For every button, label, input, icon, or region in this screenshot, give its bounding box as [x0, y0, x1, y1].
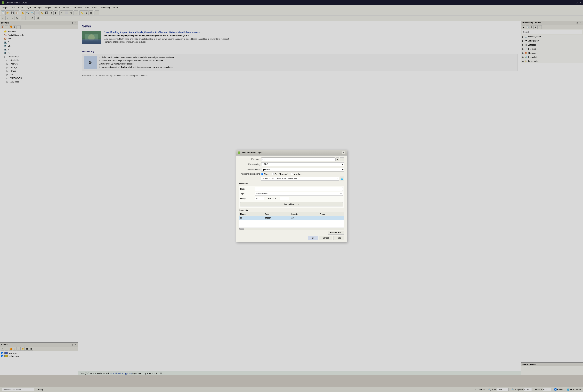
dim-radio-group: None Z (+ M values) M values: [261, 173, 344, 175]
dialog-buttons: OK Cancel Help: [236, 234, 347, 242]
field-name-label: Name: [240, 188, 253, 190]
dim-none-option[interactable]: None: [261, 173, 269, 175]
new-field-section-title: New Field: [239, 182, 344, 185]
file-encoding-label: File encoding: [239, 163, 260, 166]
field-length-input[interactable]: [255, 197, 264, 200]
field-precision-input[interactable]: [280, 197, 289, 200]
row-name: id: [239, 216, 263, 220]
additional-dim-label: Additional dimensions: [239, 173, 260, 175]
file-name-browse-btn[interactable]: ...: [340, 158, 344, 161]
geometry-type-select[interactable]: ⬤ Point: [261, 168, 344, 172]
file-encoding-input-area: UTF-8: [261, 162, 344, 166]
file-name-input[interactable]: [261, 158, 335, 161]
dim-z-label: Z (+ M values): [275, 173, 288, 175]
field-precision-label: Precision: [268, 197, 276, 200]
fields-table-body: id Integer 10: [239, 216, 344, 228]
dialog-body: File name ⊗ ... File encoding UTF-8 Geo: [236, 156, 347, 234]
file-name-clear-btn[interactable]: ⊗: [335, 158, 339, 161]
col-type: Type: [263, 212, 290, 216]
file-name-input-area: ⊗ ...: [261, 158, 344, 161]
file-encoding-select[interactable]: UTF-8: [261, 162, 344, 166]
field-type-row: Type abc Text data Integer Decimal numbe…: [240, 192, 343, 196]
col-prec: Prec...: [318, 212, 344, 216]
file-encoding-row: File encoding UTF-8: [239, 162, 344, 166]
table-row-empty-2: [239, 224, 344, 228]
fields-table-scrollbar[interactable]: [239, 228, 344, 230]
col-name: Name: [239, 212, 263, 216]
field-length-controls: Precision: [255, 197, 289, 200]
dialog-title: New Shapefile Layer: [242, 152, 262, 154]
field-type-label: Type: [240, 192, 253, 195]
file-name-label: File name: [239, 158, 260, 160]
remove-field-btn[interactable]: Remove Field: [328, 231, 344, 234]
dim-none-radio[interactable]: [261, 173, 263, 175]
dim-z-radio[interactable]: [272, 173, 274, 175]
field-length-label: Length: [240, 197, 253, 200]
dialog-titlebar: 🟩 New Shapefile Layer ×: [236, 150, 347, 156]
col-length: Length: [290, 212, 318, 216]
geometry-type-input-area: ⬤ Point: [261, 168, 344, 172]
fields-list-section: Fields List Name Type Length Prec...: [239, 209, 344, 231]
fields-list-header: Fields List: [239, 209, 344, 212]
table-row[interactable]: id Integer 10: [239, 216, 344, 220]
fields-table-head: Name Type Length Prec...: [239, 212, 344, 216]
help-btn[interactable]: Help: [333, 236, 344, 240]
add-field-btn[interactable]: Add to Fields List: [240, 202, 343, 206]
dim-m-radio[interactable]: [291, 173, 293, 175]
dim-m-label: M values: [294, 173, 302, 175]
row-type: Integer: [263, 216, 290, 220]
scrollbar-thumb: [239, 228, 244, 230]
field-type-select[interactable]: abc Text data Integer Decimal number Dat…: [255, 192, 343, 196]
geometry-type-row: Geometry type ⬤ Point: [239, 168, 344, 172]
dim-m-option[interactable]: M values: [291, 173, 302, 175]
dim-z-option[interactable]: Z (+ M values): [272, 173, 288, 175]
remove-field-area: Remove Field: [239, 230, 344, 231]
field-name-row: Name: [240, 187, 343, 191]
dialog-overlay: 🟩 New Shapefile Layer × File name ⊗ ... …: [0, 0, 583, 392]
additional-dim-row: Additional dimensions None Z (+ M values…: [239, 173, 344, 175]
table-row-empty-1: [239, 220, 344, 224]
dialog-icon: 🟩: [238, 152, 240, 154]
file-name-row: File name ⊗ ...: [239, 158, 344, 161]
row-length: 10: [290, 216, 318, 220]
geometry-type-label: Geometry type: [239, 168, 260, 171]
row-prec: [318, 216, 344, 220]
field-name-input[interactable]: [255, 187, 343, 191]
crs-row: EPSG:27700 - OSGB 1936 / British Nati...…: [239, 176, 344, 181]
shapefile-dialog: 🟩 New Shapefile Layer × File name ⊗ ... …: [236, 150, 347, 242]
crs-globe-btn[interactable]: 🌐: [340, 176, 344, 181]
field-length-prec-row: Length Precision: [240, 197, 343, 200]
dialog-close-btn[interactable]: ×: [342, 151, 345, 154]
fields-table-header-row: Name Type Length Prec...: [239, 212, 344, 216]
fields-table-scroll: Name Type Length Prec... id Integer 10: [239, 212, 344, 228]
dim-none-label: None: [264, 173, 269, 175]
new-field-section: Name Type abc Text data Integer Decimal …: [239, 186, 344, 208]
dialog-titlebar-left: 🟩 New Shapefile Layer: [238, 152, 262, 154]
crs-select[interactable]: EPSG:27700 - OSGB 1936 / British Nati...: [261, 177, 339, 181]
cancel-btn[interactable]: Cancel: [319, 236, 332, 240]
fields-table: Name Type Length Prec... id Integer 10: [239, 212, 344, 228]
ok-btn[interactable]: OK: [308, 236, 318, 240]
